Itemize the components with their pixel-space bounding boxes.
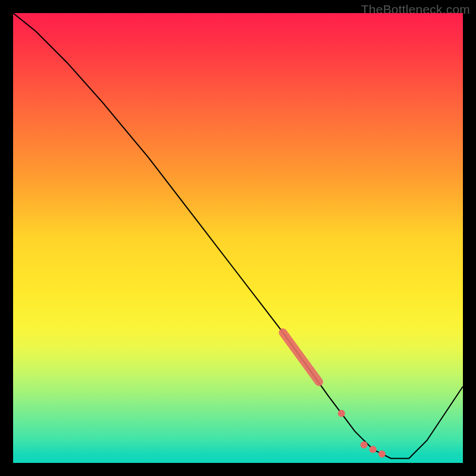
highlight-dot bbox=[361, 441, 368, 449]
bottleneck-curve bbox=[13, 13, 463, 458]
plot-area bbox=[13, 13, 463, 463]
highlight-dot bbox=[369, 446, 377, 453]
highlight-dot bbox=[378, 450, 386, 458]
highlight-band bbox=[283, 333, 319, 382]
chart-container: TheBottleneck.com bbox=[0, 0, 476, 476]
highlight-dot bbox=[338, 410, 345, 417]
highlight-dots bbox=[338, 410, 386, 458]
chart-svg bbox=[13, 13, 463, 463]
